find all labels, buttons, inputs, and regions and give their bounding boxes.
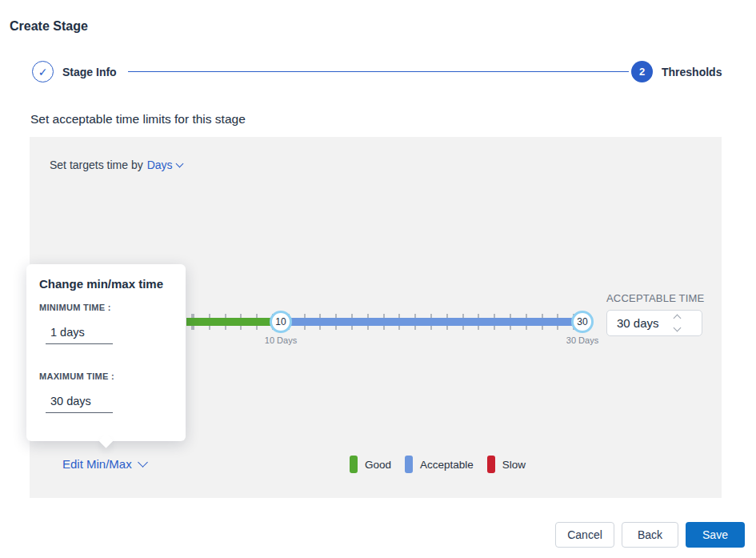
spinner-down-icon[interactable] xyxy=(674,324,682,332)
thresholds-panel: Set targets time by Days 10 30 10 Days 3… xyxy=(30,137,722,498)
step-active-circle: 2 xyxy=(631,61,653,82)
minimum-time-input[interactable] xyxy=(46,320,113,344)
time-unit-dropdown[interactable]: Days xyxy=(147,159,173,171)
edit-min-max-link[interactable]: Edit Min/Max xyxy=(62,457,146,471)
legend-item-good: Good xyxy=(350,456,391,473)
legend-item-acceptable: Acceptable xyxy=(405,456,474,473)
step-number: 2 xyxy=(639,66,645,78)
check-icon: ✓ xyxy=(38,66,48,78)
back-button[interactable]: Back xyxy=(622,522,678,548)
slider-max-day-label: 30 Days xyxy=(550,335,614,345)
cancel-button[interactable]: Cancel xyxy=(555,522,614,548)
step-thresholds-label: Thresholds xyxy=(662,66,722,78)
acceptable-label: Acceptable xyxy=(420,459,474,471)
page-title: Create Stage xyxy=(10,19,88,34)
slider-track-acceptable[interactable] xyxy=(281,318,583,326)
slider-handle-max[interactable]: 30 xyxy=(571,311,594,333)
good-label: Good xyxy=(365,459,391,471)
step-stage-info-label: Stage Info xyxy=(62,66,117,78)
slider-handle-max-value: 30 xyxy=(577,316,587,327)
acceptable-time-input[interactable] xyxy=(607,316,673,330)
set-targets-label: Set targets time by xyxy=(50,159,143,171)
popup-tail xyxy=(98,433,113,448)
acceptable-time-label: ACCEPTABLE TIME xyxy=(606,292,704,304)
acceptable-swatch xyxy=(405,456,413,473)
set-targets-row: Set targets time by Days xyxy=(50,159,182,171)
edit-min-max-label: Edit Min/Max xyxy=(62,457,132,471)
legend-item-slow: Slow xyxy=(487,456,526,473)
minimum-time-label: MINIMUM TIME : xyxy=(39,303,111,312)
spinner-up-icon[interactable] xyxy=(674,315,682,323)
good-swatch xyxy=(350,456,358,473)
chevron-down-icon[interactable] xyxy=(175,159,183,167)
popup-title: Change min/max time xyxy=(39,277,163,291)
step-completed-circle: ✓ xyxy=(32,61,54,82)
maximum-time-input[interactable] xyxy=(46,389,113,413)
slider-track-good[interactable] xyxy=(186,318,281,326)
min-max-popup: Change min/max time MINIMUM TIME : MAXIM… xyxy=(26,264,186,441)
slow-swatch xyxy=(487,456,495,473)
slider-min-day-label: 10 Days xyxy=(249,335,313,345)
footer-actions: Cancel Back Save xyxy=(555,522,745,548)
section-heading: Set acceptable time limits for this stag… xyxy=(30,112,246,126)
slow-label: Slow xyxy=(502,459,526,471)
slider-handle-min[interactable]: 10 xyxy=(270,311,292,333)
threshold-legend: Good Acceptable Slow xyxy=(350,456,526,473)
stepper-connector-line xyxy=(128,71,629,72)
slider-handle-min-value: 10 xyxy=(275,316,286,327)
stepper-spinners xyxy=(674,315,680,331)
save-button[interactable]: Save xyxy=(686,522,745,548)
chevron-down-icon xyxy=(138,457,148,468)
acceptable-time-input-wrap xyxy=(606,310,702,336)
maximum-time-label: MAXIMUM TIME : xyxy=(39,371,114,381)
